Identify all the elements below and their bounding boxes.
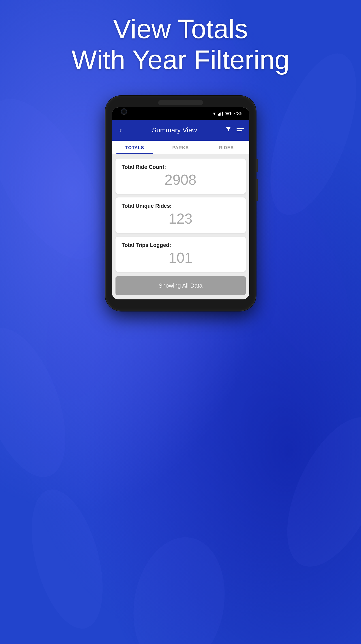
menu-line-1 [237, 128, 244, 129]
hero-title-line1: View Totals [18, 14, 343, 44]
content-area: Total Ride Count: 2908 Total Unique Ride… [112, 154, 249, 300]
filter-button[interactable] [224, 126, 232, 135]
status-icons: ▾ 7:35 [213, 111, 243, 116]
show-all-button[interactable]: Showing All Data [116, 276, 246, 295]
back-button[interactable]: ‹ [117, 124, 124, 136]
app-title: Summary View [152, 126, 197, 134]
svg-point-4 [123, 530, 235, 644]
ride-count-card: Total Ride Count: 2908 [116, 158, 246, 194]
tab-rides[interactable]: RIDES [203, 141, 249, 154]
phone-camera [121, 108, 127, 115]
battery-fill [226, 113, 229, 114]
signal-bar-1 [218, 114, 219, 116]
trips-logged-value: 101 [122, 250, 239, 266]
signal-icon [218, 112, 223, 116]
phone-side-btn-1 [256, 159, 258, 172]
svg-point-5 [18, 482, 116, 636]
header-actions [224, 126, 244, 135]
unique-rides-label: Total Unique Rides: [122, 203, 239, 209]
ride-count-label: Total Ride Count: [122, 164, 239, 170]
signal-bar-2 [219, 113, 220, 116]
battery-icon [225, 112, 231, 115]
app-header: ‹ Summary View [112, 120, 249, 141]
menu-button[interactable] [237, 128, 244, 132]
tab-parks[interactable]: PARKS [158, 141, 203, 154]
signal-bar-4 [222, 112, 223, 116]
unique-rides-card: Total Unique Rides: 123 [116, 198, 246, 233]
phone-side-btn-2 [256, 179, 258, 201]
tab-totals[interactable]: TOTALS [112, 141, 158, 154]
signal-bar-3 [220, 112, 221, 116]
ride-count-value: 2908 [122, 172, 239, 188]
status-time: 7:35 [233, 111, 243, 116]
svg-point-3 [267, 403, 361, 581]
trips-logged-card: Total Trips Logged: 101 [116, 236, 246, 272]
status-bar: ▾ 7:35 [112, 107, 249, 120]
phone-screen: ▾ 7:35 ‹ [112, 107, 249, 300]
phone-shell: ▾ 7:35 ‹ [106, 96, 256, 310]
phone-speaker [158, 100, 203, 105]
hero-title-line2: With Year Filtering [18, 44, 343, 75]
tabs-bar: TOTALS PARKS RIDES [112, 141, 249, 154]
trips-logged-label: Total Trips Logged: [122, 242, 239, 248]
hero-title: View Totals With Year Filtering [0, 14, 361, 75]
menu-line-2 [237, 130, 242, 130]
phone-mockup: ▾ 7:35 ‹ [106, 96, 256, 310]
wifi-icon: ▾ [213, 111, 216, 116]
unique-rides-value: 123 [122, 211, 239, 226]
menu-line-3 [237, 132, 241, 132]
